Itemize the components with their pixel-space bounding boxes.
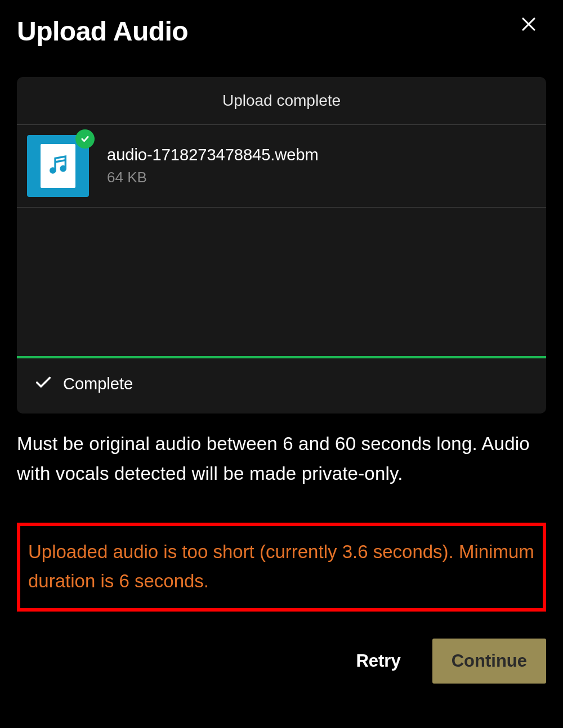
progress-bar [17,208,546,358]
footer-buttons: Retry Continue [17,639,546,684]
svg-point-2 [51,168,55,173]
error-box: Uploaded audio is too short (currently 3… [17,523,546,612]
upload-status-label: Upload complete [17,77,546,125]
info-text: Must be original audio between 6 and 60 … [17,429,546,489]
upload-audio-modal: Upload Audio Upload complete [0,0,563,700]
success-check-icon [75,129,95,149]
check-icon [34,373,63,394]
upload-panel: Upload complete [17,77,546,414]
document-icon [41,144,75,188]
svg-line-4 [55,160,65,162]
file-size: 64 KB [107,169,319,186]
file-thumbnail [27,135,89,197]
modal-header: Upload Audio [17,16,546,47]
file-name: audio-1718273478845.webm [107,146,319,164]
file-row: audio-1718273478845.webm 64 KB [17,125,546,208]
close-button[interactable] [517,12,540,38]
complete-label: Complete [63,375,133,393]
continue-button[interactable]: Continue [432,639,546,684]
svg-point-3 [61,167,65,171]
close-icon [520,26,537,34]
file-info: audio-1718273478845.webm 64 KB [107,146,319,186]
modal-title: Upload Audio [17,16,188,47]
music-note-icon [47,154,69,178]
error-text: Uploaded audio is too short (currently 3… [28,537,535,596]
retry-button[interactable]: Retry [339,641,417,681]
complete-status-row: Complete [17,358,546,414]
